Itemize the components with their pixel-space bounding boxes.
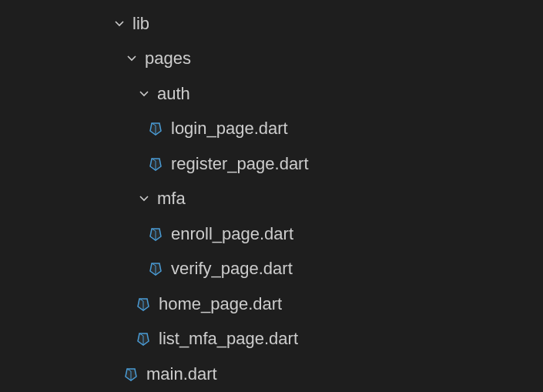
file-label: register_page.dart bbox=[171, 154, 309, 174]
file-label: home_page.dart bbox=[159, 294, 282, 314]
file-label: main.dart bbox=[146, 364, 217, 384]
folder-label: lib bbox=[132, 14, 149, 34]
file-home-page[interactable]: home_page.dart bbox=[0, 286, 543, 322]
dart-file-icon bbox=[148, 261, 163, 276]
file-login-page[interactable]: login_page.dart bbox=[0, 112, 543, 147]
dart-file-icon bbox=[148, 226, 163, 242]
file-label: verify_page.dart bbox=[171, 259, 293, 279]
file-register-page[interactable]: register_page.dart bbox=[0, 146, 543, 182]
folder-label: pages bbox=[145, 49, 191, 69]
dart-file-icon bbox=[148, 156, 163, 172]
folder-mfa[interactable]: mfa bbox=[0, 182, 543, 217]
file-label: list_mfa_page.dart bbox=[159, 329, 298, 349]
file-enroll-page[interactable]: enroll_page.dart bbox=[0, 216, 543, 252]
folder-label: auth bbox=[157, 84, 190, 104]
folder-label: mfa bbox=[157, 189, 186, 209]
dart-file-icon bbox=[136, 331, 151, 347]
dart-file-icon bbox=[148, 121, 163, 136]
file-main[interactable]: main.dart bbox=[0, 357, 543, 392]
chevron-down-icon bbox=[111, 15, 128, 32]
folder-pages[interactable]: pages bbox=[0, 42, 543, 77]
dart-file-icon bbox=[123, 367, 139, 382]
file-label: login_page.dart bbox=[171, 119, 288, 139]
file-verify-page[interactable]: verify_page.dart bbox=[0, 252, 543, 287]
file-list-mfa-page[interactable]: list_mfa_page.dart bbox=[0, 322, 543, 357]
folder-lib[interactable]: lib bbox=[0, 6, 543, 42]
folder-auth[interactable]: auth bbox=[0, 76, 543, 112]
chevron-down-icon bbox=[136, 190, 153, 207]
chevron-down-icon bbox=[136, 85, 153, 102]
file-label: enroll_page.dart bbox=[171, 224, 293, 244]
file-tree: lib pages auth login_page.dart register_… bbox=[0, 6, 543, 392]
dart-file-icon bbox=[136, 297, 151, 312]
chevron-down-icon bbox=[123, 50, 140, 67]
